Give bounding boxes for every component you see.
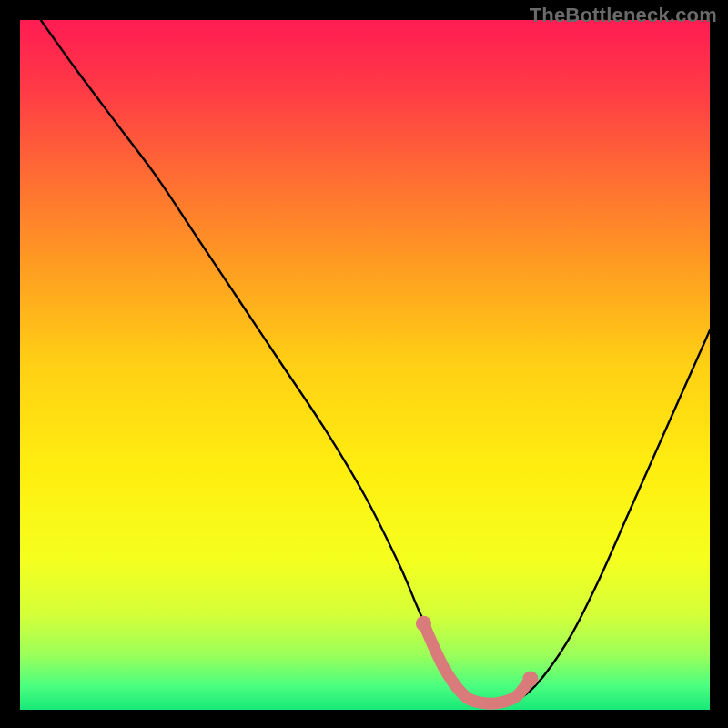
watermark-text: TheBottleneck.com bbox=[530, 4, 717, 27]
gradient-background bbox=[20, 20, 710, 710]
sweet-spot-endpoint bbox=[522, 671, 538, 686]
chart-svg bbox=[20, 20, 710, 710]
chart-frame: TheBottleneck.com bbox=[0, 0, 728, 728]
plot-area bbox=[20, 20, 710, 710]
sweet-spot-endpoint bbox=[416, 616, 431, 632]
